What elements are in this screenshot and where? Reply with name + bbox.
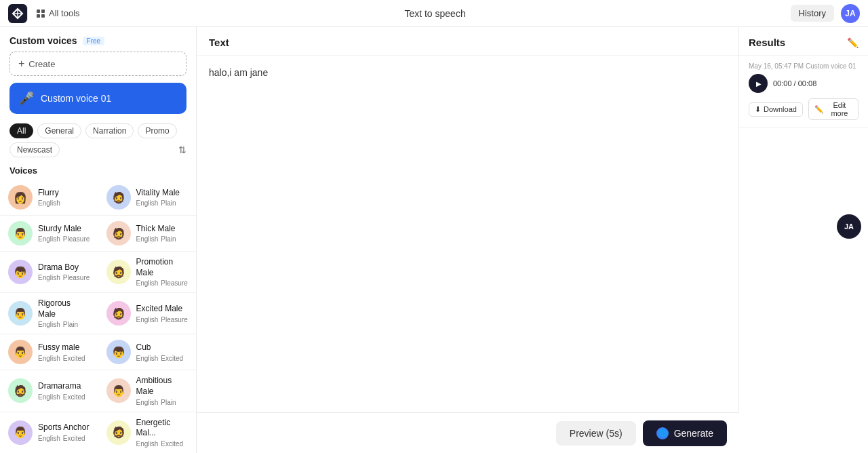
download-icon: ⬇ bbox=[755, 105, 761, 114]
voice-tags: EnglishPleasure bbox=[136, 316, 188, 323]
voice-filters: All General Narration Promo Newscast ⇅ bbox=[0, 121, 196, 163]
voice-info: Vitality Male EnglishPlain bbox=[136, 188, 180, 208]
voice-tag: English bbox=[38, 321, 60, 328]
result-actions: ⬇ Download ✏️ Edit more bbox=[749, 98, 859, 120]
voices-grid: 👩 Flurry English 🧔 Vitality Male English… bbox=[0, 180, 196, 453]
voice-tag: Pleasure bbox=[63, 274, 90, 281]
voice-tag: English bbox=[136, 235, 159, 243]
voice-avatar: 🧔 bbox=[8, 378, 33, 403]
preview-button[interactable]: Preview (5s) bbox=[556, 421, 636, 446]
voice-item[interactable]: 🧔 Energetic Mal... EnglishExcited bbox=[98, 412, 197, 453]
voice-tags: EnglishPlain bbox=[136, 399, 189, 406]
create-label: Create bbox=[28, 59, 55, 69]
svg-rect-4 bbox=[41, 9, 45, 13]
voice-avatar: 👦 bbox=[8, 260, 33, 284]
all-tools-link[interactable]: All tools bbox=[36, 8, 80, 18]
voice-name: Flurry bbox=[38, 188, 60, 199]
filter-sort-icon[interactable]: ⇅ bbox=[178, 144, 186, 155]
voice-tag: English bbox=[38, 393, 60, 401]
voice-avatar: 🧔 bbox=[106, 420, 131, 445]
selected-voice-card[interactable]: 🎤 Custom voice 01 bbox=[9, 83, 186, 114]
voice-avatar: 🧔 bbox=[106, 260, 131, 284]
voice-item[interactable]: 👨 Sports Anchor EnglishExcited bbox=[0, 412, 98, 453]
generate-label: Generate bbox=[674, 428, 713, 439]
create-button[interactable]: + Create bbox=[9, 52, 186, 76]
voice-avatar: 👨 bbox=[8, 221, 33, 245]
filter-narration[interactable]: Narration bbox=[85, 123, 134, 138]
voice-item[interactable]: 👦 Drama Boy EnglishPleasure bbox=[0, 252, 98, 293]
voice-item[interactable]: 🧔 Vitality Male EnglishPlain bbox=[98, 180, 197, 216]
voice-item[interactable]: 🧔 Dramarama EnglishExcited bbox=[0, 370, 98, 412]
page-title: Text to speech bbox=[80, 8, 791, 19]
voice-tag: Excited bbox=[63, 393, 85, 401]
voice-tag: English bbox=[136, 279, 159, 287]
grid-icon bbox=[36, 9, 45, 18]
filter-newscast[interactable]: Newscast bbox=[9, 142, 60, 157]
voice-info: Rigorous Male EnglishPlain bbox=[38, 298, 90, 328]
voice-tag: Pleasure bbox=[161, 279, 187, 287]
filter-promo[interactable]: Promo bbox=[138, 123, 176, 138]
voice-tag: English bbox=[38, 199, 60, 207]
svg-rect-5 bbox=[37, 14, 40, 18]
voice-item[interactable]: 👩 Flurry English bbox=[0, 180, 98, 216]
generate-button[interactable]: 🌐 Generate bbox=[643, 420, 727, 446]
voice-name: Drama Boy bbox=[38, 262, 90, 273]
voice-tag: English bbox=[38, 435, 60, 442]
voice-tag: English bbox=[136, 199, 159, 207]
user-avatar[interactable]: JA bbox=[841, 4, 860, 23]
voice-item[interactable]: 👨 Fussy male EnglishExcited bbox=[0, 334, 98, 370]
voice-item[interactable]: 🧔 Excited Male EnglishPleasure bbox=[98, 293, 197, 334]
voice-tag: Plain bbox=[161, 399, 176, 406]
voice-avatar: 👩 bbox=[8, 185, 33, 210]
edit-icon: ✏️ bbox=[814, 105, 824, 114]
text-panel-header: Text bbox=[197, 27, 738, 56]
voice-name: Fussy male bbox=[38, 342, 85, 353]
download-button[interactable]: ⬇ Download bbox=[749, 102, 803, 117]
selected-voice-label: Custom voice 01 bbox=[41, 93, 111, 104]
voice-info: Ambitious Male EnglishPlain bbox=[136, 376, 189, 406]
microphone-icon: 🎤 bbox=[19, 91, 34, 106]
voice-tags: EnglishPlain bbox=[38, 321, 90, 328]
filter-all[interactable]: All bbox=[9, 123, 33, 138]
results-edit-icon[interactable]: ✏️ bbox=[847, 37, 859, 48]
voice-item[interactable]: 👨 Sturdy Male EnglishPleasure bbox=[0, 216, 98, 252]
voice-tags: EnglishPleasure bbox=[38, 274, 90, 281]
voice-item[interactable]: 🧔 Promotion Male EnglishPleasure bbox=[98, 252, 197, 293]
voice-item[interactable]: 🧔 Thick Male EnglishPlain bbox=[98, 216, 197, 252]
voice-tag: English bbox=[136, 440, 159, 448]
voice-name: Rigorous Male bbox=[38, 298, 90, 319]
filter-general[interactable]: General bbox=[37, 123, 81, 138]
voice-tag: English bbox=[38, 274, 60, 281]
voice-avatar: 👨 bbox=[8, 301, 33, 326]
history-button[interactable]: History bbox=[791, 5, 834, 22]
voice-avatar: 🧔 bbox=[106, 185, 131, 210]
voice-tags: English bbox=[38, 199, 60, 207]
voice-item[interactable]: 👨 Rigorous Male EnglishPlain bbox=[0, 293, 98, 334]
custom-voices-title: Custom voices bbox=[9, 35, 77, 46]
text-input[interactable] bbox=[209, 65, 726, 444]
floating-avatar[interactable]: JA bbox=[837, 214, 861, 239]
edit-more-button[interactable]: ✏️ Edit more bbox=[808, 98, 859, 120]
voice-tags: EnglishExcited bbox=[136, 355, 184, 362]
main-layout: Custom voices Free + Create 🎤 Custom voi… bbox=[0, 27, 868, 453]
voice-info: Sports Anchor EnglishExcited bbox=[38, 422, 89, 442]
voice-tag: English bbox=[136, 399, 159, 406]
voice-tag: Excited bbox=[63, 435, 85, 442]
voice-item[interactable]: 👦 Cub EnglishExcited bbox=[98, 334, 197, 370]
play-button[interactable]: ▶ bbox=[749, 74, 768, 93]
voice-tag: Plain bbox=[63, 321, 78, 328]
voice-tag: Pleasure bbox=[63, 235, 90, 243]
play-icon: ▶ bbox=[756, 80, 762, 87]
voice-name: Energetic Mal... bbox=[136, 418, 189, 439]
custom-voices-header: Custom voices Free bbox=[0, 27, 196, 52]
voice-avatar: 👨 bbox=[106, 378, 131, 403]
voices-section-title: Voices bbox=[0, 163, 196, 180]
voice-name: Sports Anchor bbox=[38, 422, 89, 433]
all-tools-label: All tools bbox=[49, 8, 80, 18]
plus-icon: + bbox=[18, 58, 24, 70]
voice-name: Excited Male bbox=[136, 304, 188, 315]
results-panel: Results ✏️ May 16, 05:47 PM Custom voice… bbox=[739, 27, 868, 453]
voice-info: Fussy male EnglishExcited bbox=[38, 342, 85, 362]
voice-info: Energetic Mal... EnglishExcited bbox=[136, 418, 189, 448]
voice-item[interactable]: 👨 Ambitious Male EnglishPlain bbox=[98, 370, 197, 412]
